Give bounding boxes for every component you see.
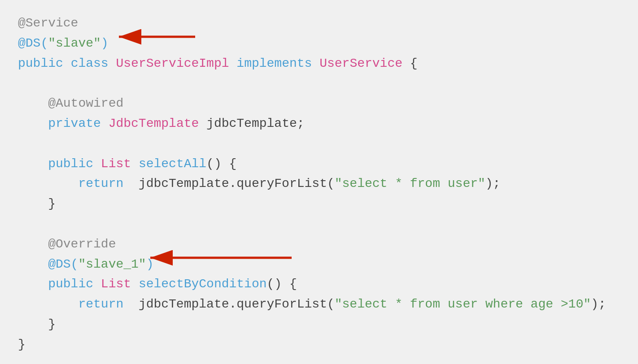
empty-line-2	[18, 134, 620, 154]
line-brace-3: }	[18, 335, 620, 355]
line-override: @Override	[18, 234, 620, 255]
line-select-cond-decl: public List selectByCondition() {	[18, 274, 620, 295]
arrow-slave	[101, 28, 200, 50]
code-container: @Service @DS("slave") public class UserS…	[0, 0, 638, 364]
line-return-1: return jdbcTemplate.queryForList("select…	[18, 174, 620, 194]
line-ds-slave1: @DS("slave_1")	[18, 255, 620, 275]
line-autowired: @Autowired	[18, 94, 620, 114]
code-block: @Service @DS("slave") public class UserS…	[18, 13, 620, 355]
line-return-2: return jdbcTemplate.queryForList("select…	[18, 295, 620, 315]
line-brace-1: }	[18, 194, 620, 214]
line-field: private JdbcTemplate jdbcTemplate;	[18, 114, 620, 134]
arrow-slave1	[132, 249, 294, 273]
empty-line-1	[18, 74, 620, 94]
empty-line-3	[18, 214, 620, 234]
line-select-all-decl: public List selectAll() {	[18, 154, 620, 174]
line-class-decl: public class UserServiceImpl implements …	[18, 54, 620, 74]
line-brace-2: }	[18, 315, 620, 335]
